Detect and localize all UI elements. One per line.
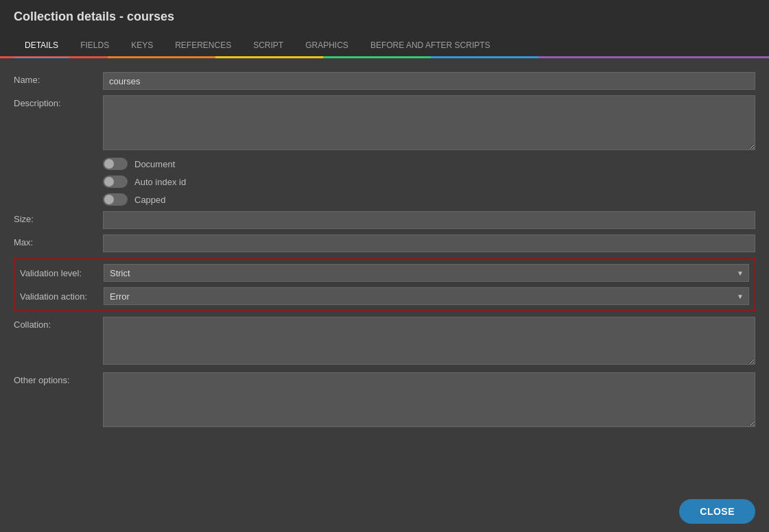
- auto-index-toggle-row: Auto index id: [14, 176, 755, 188]
- dialog: Collection details - courses DETAILS FIE…: [0, 0, 769, 532]
- validation-level-row: Validation level: Strict Moderate Off: [20, 261, 749, 285]
- other-options-input[interactable]: [103, 372, 755, 427]
- max-input[interactable]: [103, 234, 755, 252]
- size-row: Size:: [14, 211, 755, 229]
- dialog-title: Collection details - courses: [14, 10, 174, 23]
- tab-references[interactable]: REFERENCES: [164, 34, 242, 58]
- name-input[interactable]: [103, 72, 755, 90]
- description-label: Description:: [14, 95, 103, 108]
- auto-index-label: Auto index id: [134, 177, 186, 187]
- tab-details[interactable]: DETAILS: [14, 34, 69, 58]
- document-toggle-row: Document: [14, 158, 755, 170]
- tab-keys[interactable]: KEYS: [120, 34, 164, 58]
- tab-graphics[interactable]: GRAPHICS: [294, 34, 359, 58]
- capped-toggle[interactable]: [103, 193, 128, 206]
- capped-label: Capped: [134, 195, 166, 205]
- size-label: Size:: [14, 211, 103, 224]
- description-field-wrapper: [103, 95, 755, 152]
- document-toggle[interactable]: [103, 158, 128, 170]
- validation-action-row: Validation action: Error Warn: [20, 285, 749, 308]
- footer: CLOSE: [0, 491, 769, 532]
- size-field-wrapper: [103, 211, 755, 229]
- other-options-field-wrapper: [103, 372, 755, 429]
- capped-toggle-row: Capped: [14, 193, 755, 206]
- max-row: Max:: [14, 234, 755, 252]
- validation-level-select-wrapper: Strict Moderate Off: [104, 264, 749, 282]
- close-button[interactable]: CLOSE: [679, 499, 755, 524]
- content-area: Name: Description: Document Auto index i…: [0, 58, 769, 491]
- collation-label: Collation:: [14, 317, 103, 330]
- description-row: Description:: [14, 95, 755, 152]
- validation-action-select[interactable]: Error Warn: [104, 287, 749, 305]
- max-field-wrapper: [103, 234, 755, 252]
- tab-script[interactable]: SCRIPT: [242, 34, 294, 58]
- tab-before-after[interactable]: BEFORE AND AFTER SCRIPTS: [359, 34, 501, 58]
- validation-level-select[interactable]: Strict Moderate Off: [104, 264, 749, 282]
- validation-section: Validation level: Strict Moderate Off Va…: [14, 258, 755, 311]
- collation-field-wrapper: [103, 317, 755, 367]
- max-label: Max:: [14, 234, 103, 247]
- validation-level-label: Validation level:: [20, 268, 104, 278]
- collation-input[interactable]: [103, 317, 755, 365]
- validation-action-label: Validation action:: [20, 291, 104, 302]
- tab-fields[interactable]: FIELDS: [69, 34, 120, 58]
- size-input[interactable]: [103, 211, 755, 229]
- other-options-row: Other options:: [14, 372, 755, 429]
- tab-bar: DETAILS FIELDS KEYS REFERENCES SCRIPT GR…: [0, 34, 769, 58]
- document-label: Document: [134, 159, 175, 169]
- validation-action-select-wrapper: Error Warn: [104, 287, 749, 305]
- name-field-wrapper: [103, 72, 755, 90]
- collation-row: Collation:: [14, 317, 755, 367]
- title-bar: Collection details - courses: [0, 0, 769, 34]
- auto-index-toggle[interactable]: [103, 176, 128, 188]
- description-input[interactable]: [103, 95, 755, 150]
- other-options-label: Other options:: [14, 372, 103, 385]
- name-label: Name:: [14, 72, 103, 85]
- name-row: Name:: [14, 72, 755, 90]
